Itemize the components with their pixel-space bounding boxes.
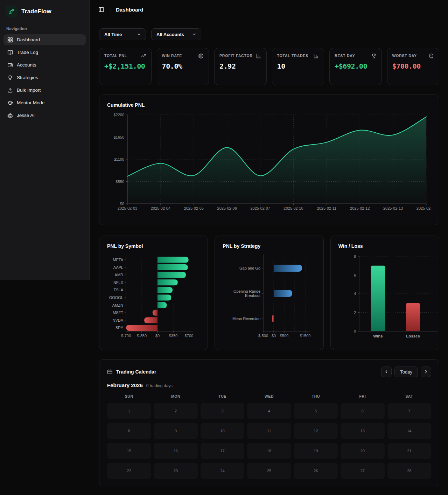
calendar-day-6[interactable]: 6 [341, 403, 384, 419]
svg-text:2025-02-03: 2025-02-03 [118, 206, 137, 210]
calendar-trading-days: 0 trading days [146, 383, 173, 388]
time-range-value: All Time [104, 32, 122, 37]
book-icon [7, 50, 13, 55]
calendar-weekday: SUN [107, 394, 151, 398]
sidebar-item-dashboard[interactable]: Dashboard [4, 34, 86, 45]
svg-text:2025-02-07: 2025-02-07 [250, 206, 270, 210]
kpi-card-total-trades: TOTAL TRADES10 [272, 48, 324, 85]
calendar-day-7[interactable]: 7 [387, 403, 431, 419]
main-area: Dashboard All Time All Accounts TOTAL PN… [90, 0, 448, 487]
trophy-icon [371, 53, 377, 59]
calendar-day-24[interactable]: 24 [201, 463, 244, 479]
calendar-day-13[interactable]: 13 [341, 423, 384, 439]
calendar-day-11[interactable]: 11 [247, 423, 291, 439]
svg-text:SPY: SPY [115, 326, 124, 330]
calendar-next-button[interactable] [421, 367, 431, 377]
calendar-weekday: SAT [387, 394, 431, 398]
calendar-day-16[interactable]: 16 [154, 443, 197, 459]
kpi-label: TOTAL PNL [104, 53, 127, 59]
calendar-day-27[interactable]: 27 [341, 463, 384, 479]
calendar-day-grid: 1234567891011121314151617181920212223242… [107, 403, 431, 479]
page-title: Dashboard [116, 7, 143, 13]
calendar-month: February 2026 [107, 382, 143, 388]
target-icon [198, 53, 204, 59]
kpi-card-profit-factor: PROFIT FACTOR2.92 [214, 48, 267, 85]
kpi-head: PROFIT FACTOR [219, 53, 261, 59]
calendar-day-5[interactable]: 5 [294, 403, 338, 419]
calendar-day-15[interactable]: 15 [107, 443, 151, 459]
mid-charts-row: PNL by Symbol METAAAPLAMDNFLXTSLAGOOGLAM… [99, 236, 439, 350]
account-select[interactable]: All Accounts [151, 28, 201, 40]
calendar-day-20[interactable]: 20 [341, 443, 384, 459]
svg-text:GOOGL: GOOGL [109, 295, 123, 300]
calendar-day-28[interactable]: 28 [387, 463, 431, 479]
sidebar-item-label: Strategies [17, 75, 38, 80]
kpi-grid: TOTAL PNL+$2,151.00WIN RATE70.0%PROFIT F… [99, 48, 439, 85]
svg-text:$0: $0 [120, 202, 124, 206]
time-range-select[interactable]: All Time [99, 28, 146, 40]
sidebar-item-mentor-mode[interactable]: Mentor Mode [4, 97, 86, 108]
trending-up-icon [141, 53, 146, 59]
kpi-label: TOTAL TRADES [277, 53, 309, 59]
svg-text:2025-02-13: 2025-02-13 [383, 206, 403, 210]
svg-text:2025-02-06: 2025-02-06 [217, 206, 237, 210]
svg-text:$700: $700 [185, 334, 193, 338]
sidebar-toggle-button[interactable] [97, 5, 106, 14]
pnl-by-strategy-chart: Gap and GoOpening RangeBreakoutMean Reve… [215, 250, 323, 349]
svg-text:$-500: $-500 [258, 334, 268, 338]
sidebar-item-bulk-import[interactable]: Bulk Import [4, 85, 86, 96]
calendar-day-1[interactable]: 1 [107, 403, 151, 419]
calendar-day-10[interactable]: 10 [201, 423, 244, 439]
calendar-day-22[interactable]: 22 [107, 463, 151, 479]
calendar-day-19[interactable]: 19 [294, 443, 338, 459]
svg-text:TSLA: TSLA [113, 288, 123, 292]
sidebar-item-trade-log[interactable]: Trade Log [4, 47, 86, 58]
calendar-day-9[interactable]: 9 [154, 423, 197, 439]
svg-text:MSFT: MSFT [113, 311, 123, 315]
svg-text:$500: $500 [280, 334, 288, 338]
svg-text:6: 6 [354, 273, 356, 277]
calendar-day-25[interactable]: 25 [247, 463, 291, 479]
calendar-day-21[interactable]: 21 [387, 443, 431, 459]
kpi-label: WORST DAY [392, 53, 417, 59]
graduation-cap-icon [7, 100, 13, 106]
chevron-right-icon [424, 369, 428, 374]
svg-text:0: 0 [354, 329, 356, 333]
svg-text:$2200: $2200 [113, 113, 124, 117]
calendar-weekday: TUE [201, 394, 244, 398]
calendar-prev-button[interactable] [381, 367, 392, 377]
sidebar-item-strategies[interactable]: Strategies [4, 72, 86, 83]
chevron-down-icon [136, 32, 141, 37]
calendar-day-18[interactable]: 18 [247, 443, 291, 459]
svg-text:$550: $550 [116, 180, 124, 184]
svg-text:$0: $0 [155, 334, 160, 338]
robot-icon [7, 113, 13, 118]
calendar-day-12[interactable]: 12 [294, 423, 338, 439]
lightbulb-icon [7, 75, 13, 81]
kpi-head: WORST DAY [392, 53, 434, 59]
panel-left-icon [98, 7, 104, 13]
pnl-by-symbol-card: PNL by Symbol METAAAPLAMDNFLXTSLAGOOGLAM… [99, 236, 208, 350]
calendar-day-14[interactable]: 14 [387, 423, 431, 439]
sidebar-item-label: Jesse AI [17, 113, 35, 118]
calendar-day-2[interactable]: 2 [154, 403, 197, 419]
kpi-head: WIN RATE [162, 53, 204, 59]
calendar-day-26[interactable]: 26 [294, 463, 338, 479]
kpi-value: 10 [277, 62, 319, 70]
calendar-day-23[interactable]: 23 [154, 463, 197, 479]
svg-text:NVDA: NVDA [112, 318, 123, 322]
calendar-today-button[interactable]: Today [394, 367, 418, 377]
calendar-title: Trading Calendar [116, 369, 156, 375]
calendar-day-3[interactable]: 3 [201, 403, 244, 419]
calendar-day-17[interactable]: 17 [201, 443, 244, 459]
calendar-day-4[interactable]: 4 [247, 403, 291, 419]
calendar-day-8[interactable]: 8 [107, 423, 151, 439]
calendar-weekday: THU [294, 394, 338, 398]
calendar-weekday: MON [154, 394, 197, 398]
filters: All Time All Accounts [99, 28, 439, 40]
sidebar-item-jesse-ai[interactable]: Jesse AI [4, 110, 86, 121]
upload-icon [7, 88, 13, 93]
sidebar-item-accounts[interactable]: Accounts [4, 60, 86, 70]
svg-text:NFLX: NFLX [113, 280, 124, 285]
win-loss-card: Win / Loss 02468WinsLosses [330, 236, 439, 350]
